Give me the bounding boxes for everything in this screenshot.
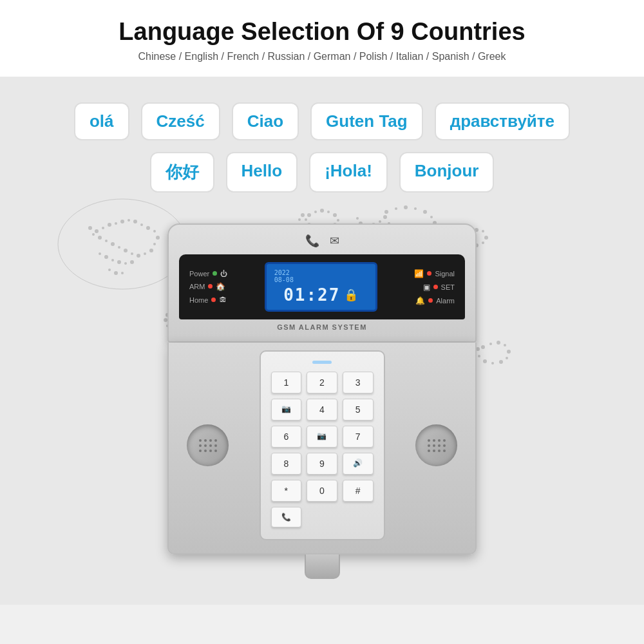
set-dot — [433, 285, 438, 289]
key-5[interactable]: 5 — [343, 399, 374, 421]
lcd-time-display: 01:27 — [283, 285, 340, 305]
phone-icon: 📞 — [305, 234, 319, 248]
svg-point-38 — [337, 219, 339, 222]
device-stand — [305, 554, 340, 579]
greeting-hola: ¡Hola! — [309, 152, 388, 193]
key-3[interactable]: 3 — [343, 372, 374, 393]
alarm-status: Alarm 🔔 — [414, 296, 455, 305]
key-1[interactable]: 1 — [271, 372, 302, 393]
top-icons-row: 📞 ✉ — [179, 234, 465, 248]
signal-dot — [427, 271, 431, 276]
arm-label: ARM — [189, 283, 205, 290]
bubble-row-1: olá Cześć Ciao Guten Tag дравствуйте — [39, 102, 605, 140]
key-8[interactable]: 8 — [271, 453, 302, 475]
gsm-label: GSM ALARM SYSTEM — [179, 323, 465, 331]
set-status: SET ▣ — [414, 283, 455, 292]
home-dot — [211, 298, 216, 302]
key-vol[interactable]: 🔊 — [343, 453, 374, 475]
key-func1[interactable]: 📷 — [271, 399, 302, 421]
main-content: olá Cześć Ciao Guten Tag дравствуйте 你好 … — [0, 77, 644, 605]
signal-icon: 📶 — [414, 269, 424, 278]
bubbles-area: olá Cześć Ciao Guten Tag дравствуйте 你好 … — [0, 77, 644, 217]
lcd-display: 202208-08 01:27 🔒 — [265, 262, 377, 312]
left-speaker-dots — [199, 439, 217, 452]
lcd-time-row: 01:27 🔒 — [283, 285, 358, 305]
key-6[interactable]: 6 — [271, 426, 302, 448]
key-phone[interactable]: 📞 — [271, 507, 302, 527]
power-icon: ⏻ — [220, 270, 227, 278]
key-9[interactable]: 9 — [307, 453, 337, 475]
key-4[interactable]: 4 — [307, 399, 337, 421]
device-top-unit: 📞 ✉ Power ⏻ ARM — [167, 223, 477, 343]
set-label: SET — [441, 283, 455, 291]
key-hash[interactable]: # — [343, 480, 374, 502]
alarm-label: Alarm — [436, 297, 455, 305]
svg-point-66 — [379, 220, 381, 223]
alarm-device: 📞 ✉ Power ⏻ ARM — [167, 223, 477, 579]
home-icon: 🏚 — [219, 296, 227, 305]
bubble-row-2: 你好 Hello ¡Hola! Bonjour — [39, 152, 605, 193]
right-speaker-dots — [428, 439, 446, 452]
key-0[interactable]: 0 — [307, 480, 337, 502]
black-control-panel: Power ⏻ ARM 🏠 Home 🏚 — [179, 254, 465, 319]
arm-dot — [208, 284, 213, 289]
svg-point-6 — [128, 219, 130, 222]
lcd-date-display: 202208-08 — [274, 269, 368, 283]
svg-point-70 — [356, 217, 359, 220]
arm-status: ARM 🏠 — [189, 282, 227, 291]
power-label: Power — [189, 270, 209, 278]
greeting-bonjour: Bonjour — [399, 152, 495, 193]
left-status-panel: Power ⏻ ARM 🏠 Home 🏚 — [189, 270, 227, 305]
languages-subtitle: Chinese / English / French / Russian / G… — [13, 51, 631, 62]
alarm-device-container: 📞 ✉ Power ⏻ ARM — [0, 223, 644, 579]
keypad-led — [312, 361, 332, 364]
alarm-dot — [428, 298, 433, 303]
lcd-lock-icon: 🔒 — [344, 288, 358, 302]
left-speaker — [187, 424, 229, 466]
svg-point-46 — [298, 218, 301, 221]
signal-label: Signal — [435, 270, 455, 278]
right-speaker — [415, 424, 457, 466]
power-dot — [213, 271, 217, 276]
power-status: Power ⏻ — [189, 270, 227, 278]
key-func2[interactable]: 📷 — [307, 426, 337, 448]
alarm-icon: 🔔 — [415, 296, 425, 305]
home-label: Home — [189, 296, 208, 304]
keypad-speakers-row: 1 2 3 📷 4 5 6 📷 7 8 9 🔊 * — [187, 350, 457, 540]
key-2[interactable]: 2 — [307, 372, 337, 393]
key-7[interactable]: 7 — [343, 426, 374, 448]
greeting-ciao: Ciao — [232, 102, 299, 140]
keypad-panel: 1 2 3 📷 4 5 6 📷 7 8 9 🔊 * — [260, 350, 385, 540]
home-status: Home 🏚 — [189, 296, 227, 305]
greeting-hello: Hello — [226, 152, 298, 193]
key-star[interactable]: * — [271, 480, 302, 502]
envelope-icon: ✉ — [330, 234, 339, 248]
greeting-guten-tag: Guten Tag — [310, 102, 423, 140]
greeting-zdravstvuyte: дравствуйте — [435, 102, 570, 140]
greeting-nihao: 你好 — [150, 152, 214, 193]
svg-point-44 — [305, 218, 307, 221]
page-title: Language Selection Of 9 Countries — [13, 18, 631, 46]
set-icon: ▣ — [423, 283, 430, 292]
keypad-grid: 1 2 3 📷 4 5 6 📷 7 8 9 🔊 * — [271, 372, 374, 527]
header-section: Language Selection Of 9 Countries Chines… — [0, 0, 644, 77]
greeting-ola: olá — [74, 102, 129, 140]
signal-status: Signal 📶 — [414, 269, 455, 278]
arm-icon: 🏠 — [216, 282, 225, 291]
device-bottom-unit: 1 2 3 📷 4 5 6 📷 7 8 9 🔊 * — [167, 343, 477, 554]
right-status-panel: Signal 📶 SET ▣ Alarm 🔔 — [414, 269, 455, 305]
greeting-czesc: Cześć — [141, 102, 220, 140]
